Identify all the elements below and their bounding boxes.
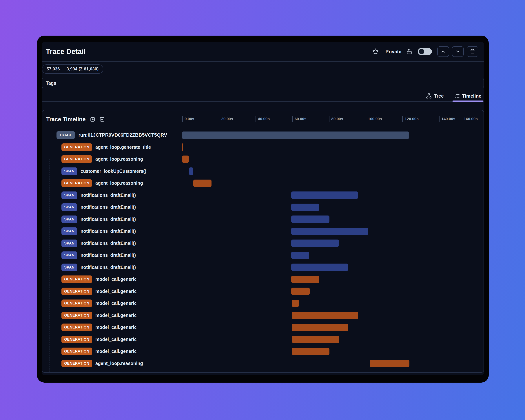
- axis-tick-line: [366, 116, 366, 122]
- timeline-title: Trace Timeline: [46, 116, 86, 123]
- duration-bar[interactable]: [292, 348, 329, 355]
- timeline-row[interactable]: SPANnotifications_draftEmail(): [42, 225, 484, 237]
- axis-tick-label: 100.00s: [368, 117, 382, 121]
- observation-type-badge: SPAN: [61, 252, 77, 259]
- observation-label: notifications_draftEmail(): [81, 265, 136, 270]
- axis-tick: 60.00s: [292, 116, 306, 122]
- duration-bar[interactable]: [182, 131, 409, 139]
- star-icon[interactable]: [372, 48, 379, 55]
- token-usage-badge: 57,036 → 3,994 (Σ 61,030): [42, 64, 103, 74]
- duration-bar[interactable]: [291, 228, 368, 235]
- axis-tick: 20.00s: [219, 116, 233, 122]
- observation-type-badge: GENERATION: [61, 336, 92, 343]
- observation-type-badge: SPAN: [61, 240, 77, 247]
- collapse-all-button[interactable]: [437, 46, 449, 57]
- tab-timeline[interactable]: Timeline: [454, 91, 481, 101]
- page-title: Trace Detail: [46, 48, 86, 56]
- collapse-row-toggle[interactable]: −: [47, 132, 54, 138]
- delete-button[interactable]: [467, 46, 478, 57]
- timeline-row[interactable]: GENERATIONmodel_call.generic: [42, 273, 484, 285]
- duration-bar[interactable]: [291, 263, 348, 271]
- timeline-row[interactable]: SPANnotifications_draftEmail(): [42, 237, 484, 249]
- timeline-rows: −TRACErun:01JCTPR9VD06FD2ZBB5VCT5QRVGENE…: [42, 128, 484, 369]
- duration-bar[interactable]: [291, 204, 319, 211]
- observation-label: notifications_draftEmail(): [81, 193, 136, 198]
- duration-bar[interactable]: [189, 168, 193, 175]
- timeline-row[interactable]: SPANcustomer_lookUpCustomers(): [42, 165, 484, 177]
- observation-type-badge: GENERATION: [61, 155, 92, 163]
- duration-bar[interactable]: [292, 324, 348, 331]
- tab-tree[interactable]: Tree: [426, 91, 444, 101]
- timeline-row[interactable]: GENERATIONagent_loop.reasoning: [42, 153, 484, 165]
- timeline-row[interactable]: GENERATIONagent_loop.reasoning: [42, 177, 484, 189]
- duration-bar[interactable]: [182, 143, 183, 151]
- duration-bar[interactable]: [292, 336, 339, 343]
- duration-bar[interactable]: [291, 240, 339, 247]
- observation-label: notifications_draftEmail(): [81, 241, 136, 246]
- observation-type-badge: SPAN: [61, 203, 77, 211]
- axis-tick-label: 140.00s: [441, 117, 455, 121]
- timeline-row[interactable]: GENERATIONagent_loop.reasoning: [42, 357, 484, 370]
- observation-type-badge: TRACE: [56, 131, 75, 139]
- modal-content: Trace Detail Private: [42, 42, 484, 375]
- duration-bar[interactable]: [291, 252, 309, 259]
- observation-label: agent_loop.reasoning: [95, 180, 143, 186]
- observation-label: model_call.generic: [95, 349, 137, 354]
- header-button-group: [437, 46, 478, 57]
- observation-label: customer_lookUpCustomers(): [81, 168, 146, 174]
- timeline-row[interactable]: GENERATIONmodel_call.generic: [42, 345, 484, 357]
- duration-bar[interactable]: [291, 215, 329, 223]
- duration-bar[interactable]: [193, 179, 212, 187]
- timeline-row[interactable]: SPANnotifications_draftEmail(): [42, 189, 484, 201]
- observation-label: model_call.generic: [95, 289, 137, 294]
- duration-bar[interactable]: [370, 360, 409, 367]
- timeline-row[interactable]: GENERATIONmodel_call.generic: [42, 333, 484, 345]
- observation-label: model_call.generic: [95, 301, 137, 306]
- observation-type-badge: SPAN: [61, 263, 77, 271]
- observation-type-badge: GENERATION: [61, 299, 92, 307]
- tags-section[interactable]: Tags: [42, 78, 484, 88]
- tab-tree-label: Tree: [434, 93, 444, 99]
- timeline-row[interactable]: SPANnotifications_draftEmail(): [42, 201, 484, 213]
- duration-bar[interactable]: [291, 288, 310, 295]
- axis-tick-label: 20.00s: [221, 117, 233, 121]
- observation-type-badge: GENERATION: [61, 312, 92, 319]
- timeline-row[interactable]: GENERATIONmodel_call.generic: [42, 285, 484, 298]
- privacy-toggle[interactable]: [418, 48, 432, 55]
- axis-tick-label: 40.00s: [258, 117, 270, 121]
- axis-tick: 80.00s: [329, 116, 343, 122]
- timeline-row[interactable]: SPANnotifications_draftEmail(): [42, 261, 484, 273]
- expand-all-rows-icon[interactable]: [90, 117, 95, 122]
- timeline-row[interactable]: GENERATIONmodel_call.generic: [42, 309, 484, 321]
- observation-label: agent_loop.generate_title: [95, 145, 151, 150]
- observation-label: notifications_draftEmail(): [81, 217, 136, 222]
- timeline-row[interactable]: GENERATIONagent_loop.generate_title: [42, 141, 484, 153]
- duration-bar[interactable]: [291, 276, 319, 283]
- observation-type-badge: SPAN: [61, 168, 77, 175]
- expand-all-button[interactable]: [452, 46, 464, 57]
- timeline-row[interactable]: SPANnotifications_draftEmail(): [42, 213, 484, 225]
- trace-timeline-card: Trace Timeline 0.00s20.00s40.00s60.00s80…: [42, 110, 484, 373]
- axis-tick-label: 0.00s: [185, 117, 194, 121]
- observation-type-badge: SPAN: [61, 227, 77, 235]
- observation-type-badge: GENERATION: [61, 143, 92, 151]
- collapse-all-rows-icon[interactable]: [100, 117, 105, 122]
- axis-tick-line: [182, 116, 183, 122]
- tree-icon: [426, 93, 432, 99]
- timeline-row[interactable]: GENERATIONmodel_call.generic: [42, 321, 484, 333]
- duration-bar[interactable]: [292, 312, 358, 319]
- axis-tick-label: 80.00s: [331, 117, 343, 121]
- timeline-row[interactable]: GENERATIONmodel_call.generic: [42, 297, 484, 309]
- duration-bar[interactable]: [291, 191, 358, 199]
- chevron-down-icon: [455, 49, 461, 54]
- observation-label: agent_loop.reasoning: [95, 361, 143, 366]
- duration-bar[interactable]: [292, 300, 299, 307]
- view-tabs: Tree Timeline: [42, 91, 484, 102]
- timeline-card-header: Trace Timeline 0.00s20.00s40.00s60.00s80…: [42, 110, 484, 128]
- privacy-label: Private: [385, 49, 401, 55]
- duration-bar[interactable]: [182, 156, 189, 163]
- timeline-row[interactable]: −TRACErun:01JCTPR9VD06FD2ZBB5VCT5QRV: [42, 129, 484, 141]
- axis-tick-label: 60.00s: [295, 117, 306, 121]
- axis-tick-line: [329, 116, 329, 122]
- timeline-row[interactable]: SPANnotifications_draftEmail(): [42, 249, 484, 261]
